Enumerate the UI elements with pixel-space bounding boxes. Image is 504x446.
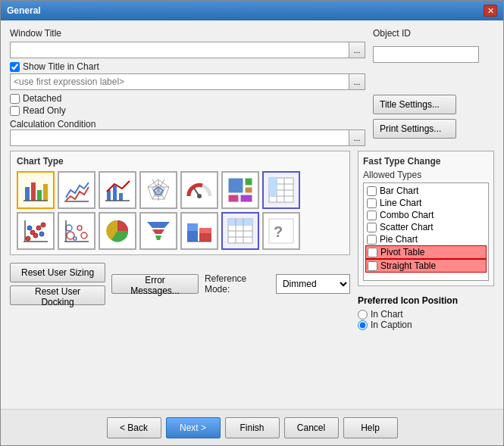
reference-mode-wrapper: Reference Mode: Dimmed Normal Hidden	[205, 273, 350, 295]
list-item-line[interactable]: Line Chart	[365, 197, 487, 209]
straight-table-icon[interactable]	[221, 212, 259, 250]
svg-point-39	[39, 232, 44, 236]
in-chart-radio[interactable]	[358, 310, 368, 320]
pivot-table-icon[interactable]	[262, 171, 300, 209]
print-settings-btn[interactable]: Print Settings...	[373, 119, 456, 139]
svg-point-45	[74, 237, 77, 240]
pie-chart-item-label: Pie Chart	[380, 234, 418, 245]
calc-cond-input[interactable]	[10, 129, 349, 146]
in-chart-row: In Chart	[358, 309, 494, 320]
pie-chart-checkbox[interactable]	[367, 235, 377, 245]
svg-marker-52	[155, 235, 161, 240]
treemap-chart-icon[interactable]	[221, 171, 259, 209]
unknown-chart-icon[interactable]: ?	[262, 212, 300, 250]
list-item-pie[interactable]: Pie Chart	[365, 233, 487, 245]
help-button[interactable]: Help	[343, 417, 398, 438]
allowed-types-list[interactable]: Bar Chart Line Chart Combo Chart Sc	[363, 182, 489, 281]
svg-point-38	[27, 226, 32, 230]
cross-chart-icon[interactable]	[99, 171, 136, 209]
in-caption-row: In Caption	[358, 320, 494, 330]
reset-sizing-btn[interactable]: Reset User Sizing	[10, 263, 105, 282]
show-title-checkbox[interactable]	[10, 62, 20, 72]
list-item-bar[interactable]: Bar Chart	[365, 185, 487, 197]
svg-rect-22	[228, 195, 239, 202]
next-button[interactable]: Next >	[166, 417, 221, 438]
list-item-combo[interactable]: Combo Chart	[365, 209, 487, 221]
window-title-input-row: ...	[10, 42, 365, 58]
expression-label-input[interactable]	[10, 73, 349, 90]
title-bar: General ✕	[1, 1, 503, 20]
svg-rect-30	[269, 178, 277, 184]
preferred-icon-section: Preferred Icon Position In Chart In Capt…	[358, 295, 494, 330]
detached-label: Detached	[23, 93, 61, 104]
svg-point-36	[36, 226, 41, 230]
svg-rect-1	[31, 182, 36, 201]
object-id-input[interactable]	[373, 46, 479, 63]
dialog-title: General	[7, 5, 41, 16]
readonly-checkbox[interactable]	[10, 106, 20, 116]
readonly-label: Read Only	[23, 105, 66, 116]
back-button[interactable]: < Back	[107, 417, 161, 438]
svg-rect-8	[119, 193, 123, 201]
funnel-chart-icon[interactable]	[139, 212, 177, 250]
line-chart-icon[interactable]	[58, 171, 95, 209]
list-item-straight[interactable]: Straight Table	[365, 259, 487, 273]
svg-rect-2	[37, 190, 42, 201]
svg-point-33	[26, 236, 30, 241]
list-item-pivot[interactable]: Pivot Table	[365, 245, 487, 259]
line-chart-checkbox[interactable]	[367, 198, 377, 208]
expression-ellipsis-btn[interactable]: ...	[349, 73, 365, 90]
top-left: Window Title ... Show Title in Chart ...…	[10, 28, 365, 146]
in-caption-radio[interactable]	[358, 320, 368, 330]
window-title-ellipsis-btn[interactable]: ...	[349, 42, 365, 58]
straight-table-item-label: Straight Table	[380, 260, 436, 271]
chart-type-group: Chart Type	[10, 151, 350, 255]
scatter-chart-icon[interactable]	[17, 212, 55, 250]
gauge-chart-icon[interactable]	[180, 171, 218, 209]
list-item-scatter[interactable]: Scatter Chart	[365, 221, 487, 233]
detached-row: Detached	[10, 93, 365, 104]
bubble-chart-icon[interactable]	[58, 212, 95, 250]
top-right: Object ID Title Settings... Print Settin…	[373, 28, 494, 146]
close-button[interactable]: ✕	[484, 5, 497, 17]
scatter-chart-checkbox[interactable]	[367, 223, 377, 232]
straight-table-checkbox[interactable]	[368, 261, 377, 271]
title-settings-btn[interactable]: Title Settings...	[373, 95, 456, 114]
svg-point-46	[66, 225, 72, 231]
svg-rect-56	[199, 228, 211, 233]
combo-chart-checkbox[interactable]	[367, 211, 377, 220]
show-title-row: Show Title in Chart	[10, 61, 365, 72]
window-title-label: Window Title	[10, 28, 61, 39]
svg-rect-7	[113, 186, 117, 201]
line-chart-item-label: Line Chart	[380, 198, 421, 208]
dialog-body: Window Title ... Show Title in Chart ...…	[1, 20, 503, 409]
main-content: Chart Type	[10, 151, 494, 401]
finish-button[interactable]: Finish	[225, 417, 280, 438]
calc-cond-ellipsis-btn[interactable]: ...	[349, 129, 365, 146]
left-panel: Chart Type	[10, 151, 350, 401]
svg-point-35	[33, 233, 38, 238]
cancel-button[interactable]: Cancel	[284, 417, 339, 438]
reference-mode-label: Reference Mode:	[205, 273, 273, 295]
svg-text:?: ?	[274, 223, 283, 240]
spider-chart-icon[interactable]	[139, 171, 177, 209]
svg-rect-23	[240, 195, 252, 202]
error-messages-btn[interactable]: Error Messages...	[111, 274, 199, 294]
detached-checkbox[interactable]	[10, 94, 20, 104]
show-title-label: Show Title in Chart	[23, 61, 99, 72]
fast-type-title: Fast Type Change	[363, 156, 489, 167]
window-title-input[interactable]	[10, 42, 349, 58]
bar-chart-checkbox[interactable]	[367, 186, 377, 196]
dialog-footer: < Back Next > Finish Cancel Help	[1, 409, 503, 445]
block-chart-icon[interactable]	[180, 212, 218, 250]
bar-chart-icon[interactable]	[17, 171, 55, 209]
reference-mode-select[interactable]: Dimmed Normal Hidden	[276, 274, 350, 294]
svg-point-37	[41, 223, 45, 227]
top-section: Window Title ... Show Title in Chart ...…	[10, 28, 494, 146]
pie-chart-icon[interactable]	[99, 212, 136, 250]
reset-docking-btn[interactable]: Reset User Docking	[10, 285, 105, 305]
pivot-table-checkbox[interactable]	[368, 248, 377, 257]
svg-point-43	[77, 226, 82, 230]
svg-rect-3	[43, 184, 48, 201]
svg-marker-51	[152, 229, 164, 234]
